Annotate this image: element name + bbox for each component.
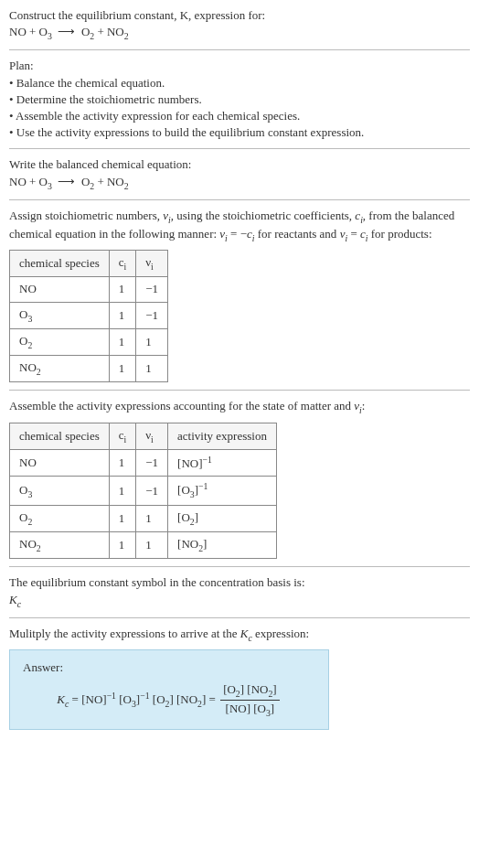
symbol-section: The equilibrium constant symbol in the c… bbox=[9, 574, 470, 609]
answer-label: Answer: bbox=[23, 659, 315, 676]
plan-item: • Use the activity expressions to build … bbox=[9, 124, 470, 141]
multiply-heading: Mulitply the activity expressions to arr… bbox=[9, 626, 470, 644]
table-row: O3 1 −1 bbox=[10, 302, 168, 328]
col-vi: νi bbox=[136, 251, 168, 277]
divider bbox=[9, 199, 470, 200]
balanced-equation: NO + O3 ⟶ O2 + NO2 bbox=[9, 174, 470, 192]
intro-equation: NO + O3 ⟶ O2 + NO2 bbox=[9, 24, 470, 42]
stoich-heading: Assign stoichiometric numbers, νi, using… bbox=[9, 208, 470, 244]
plan-heading: Plan: bbox=[9, 58, 470, 74]
multiply-section: Mulitply the activity expressions to arr… bbox=[9, 626, 470, 730]
activity-heading: Assemble the activity expressions accoun… bbox=[9, 398, 470, 416]
col-species: chemical species bbox=[10, 423, 110, 449]
col-ci: ci bbox=[109, 251, 136, 277]
table-row: NO2 1 1 bbox=[10, 356, 168, 382]
table-row: O2 1 1 [O2] bbox=[10, 505, 277, 531]
table-row: NO2 1 1 [NO2] bbox=[10, 532, 277, 559]
symbol-value: Kc bbox=[9, 592, 470, 610]
table-row: O2 1 1 bbox=[10, 328, 168, 355]
intro-section: Construct the equilibrium constant, K, e… bbox=[9, 7, 470, 42]
table-header-row: chemical species ci νi activity expressi… bbox=[10, 423, 277, 449]
table-row: O3 1 −1 [O3]−1 bbox=[10, 477, 277, 506]
plan-section: Plan: • Balance the chemical equation. •… bbox=[9, 58, 470, 141]
divider bbox=[9, 49, 470, 50]
balanced-heading: Write the balanced chemical equation: bbox=[9, 156, 470, 173]
plan-item: • Determine the stoichiometric numbers. bbox=[9, 91, 470, 108]
col-ci: ci bbox=[109, 423, 136, 449]
answer-expression: Kc = [NO]−1 [O3]−1 [O2] [NO2] = [O2] [NO… bbox=[23, 681, 315, 719]
col-expr: activity expression bbox=[168, 423, 277, 449]
divider bbox=[9, 566, 470, 567]
col-species: chemical species bbox=[10, 251, 110, 277]
fraction: [O2] [NO2] [NO] [O3] bbox=[220, 681, 280, 719]
divider bbox=[9, 390, 470, 391]
symbol-heading: The equilibrium constant symbol in the c… bbox=[9, 574, 470, 591]
plan-item: • Assemble the activity expression for e… bbox=[9, 108, 470, 124]
table-row: NO 1 −1 [NO]−1 bbox=[10, 449, 277, 477]
stoich-table: chemical species ci νi NO 1 −1 O3 1 −1 O… bbox=[9, 250, 168, 382]
col-vi: νi bbox=[136, 423, 168, 449]
activity-table: chemical species ci νi activity expressi… bbox=[9, 423, 277, 560]
stoich-section: Assign stoichiometric numbers, νi, using… bbox=[9, 208, 470, 383]
divider bbox=[9, 148, 470, 149]
answer-box: Answer: Kc = [NO]−1 [O3]−1 [O2] [NO2] = … bbox=[9, 649, 329, 730]
intro-prompt: Construct the equilibrium constant, K, e… bbox=[9, 7, 470, 24]
balanced-section: Write the balanced chemical equation: NO… bbox=[9, 156, 470, 191]
table-header-row: chemical species ci νi bbox=[10, 251, 168, 277]
activity-section: Assemble the activity expressions accoun… bbox=[9, 398, 470, 559]
table-row: NO 1 −1 bbox=[10, 277, 168, 302]
plan-item: • Balance the chemical equation. bbox=[9, 75, 470, 91]
divider bbox=[9, 617, 470, 618]
